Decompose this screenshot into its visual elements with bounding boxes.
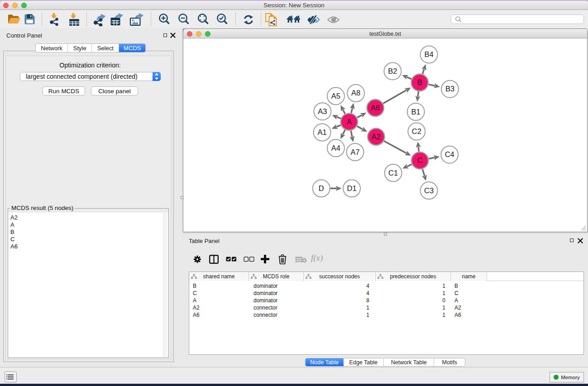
svg-text:C3: C3 xyxy=(424,186,434,195)
svg-text:B: B xyxy=(417,78,422,86)
svg-text:A3: A3 xyxy=(318,107,327,115)
svg-text:B1: B1 xyxy=(411,108,421,116)
svg-text:A: A xyxy=(347,118,352,126)
svg-text:A2: A2 xyxy=(372,133,381,141)
svg-text:A6: A6 xyxy=(371,104,380,112)
svg-text:D1: D1 xyxy=(347,184,357,192)
svg-text:A5: A5 xyxy=(331,92,340,100)
svg-text:A4: A4 xyxy=(331,144,340,152)
svg-text:D: D xyxy=(319,184,324,192)
svg-text:C: C xyxy=(417,156,423,164)
svg-text:A7: A7 xyxy=(350,148,359,156)
svg-text:B3: B3 xyxy=(445,85,454,93)
svg-text:C4: C4 xyxy=(445,150,454,158)
svg-text:B4: B4 xyxy=(425,50,434,58)
svg-text:A8: A8 xyxy=(351,89,360,97)
svg-text:B2: B2 xyxy=(388,67,397,75)
svg-text:A1: A1 xyxy=(318,128,327,136)
svg-text:C2: C2 xyxy=(412,127,421,135)
svg-text:C1: C1 xyxy=(388,169,398,177)
